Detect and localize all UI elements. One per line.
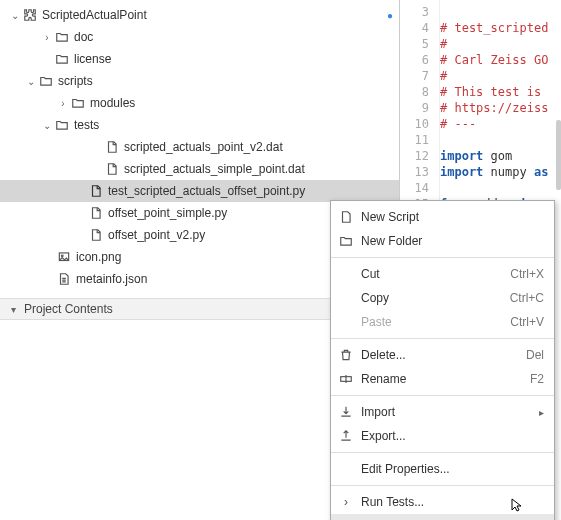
context-menu: New Script New Folder Cut Ctrl+X Copy Ct… xyxy=(330,200,555,520)
chevron-right-icon: › xyxy=(337,494,355,510)
puzzle-icon xyxy=(22,7,38,23)
tree-node-license[interactable]: license xyxy=(0,48,399,70)
folder-icon xyxy=(54,51,70,67)
tree-node-scripts[interactable]: ⌄ scripts xyxy=(0,70,399,92)
menu-import[interactable]: Import ▸ xyxy=(331,400,554,424)
folder-icon xyxy=(54,29,70,45)
menu-copy[interactable]: Copy Ctrl+C xyxy=(331,286,554,310)
chevron-down-icon[interactable]: ⌄ xyxy=(8,10,22,21)
editor-gutter: 345 678 91011 121314 15 xyxy=(400,0,440,212)
export-icon xyxy=(337,428,355,444)
menu-export[interactable]: Export... xyxy=(331,424,554,448)
menu-new-script[interactable]: New Script xyxy=(331,205,554,229)
chevron-right-icon[interactable]: › xyxy=(40,32,54,43)
tree-label: scripted_actuals_simple_point.dat xyxy=(124,162,305,176)
tree-node-modules[interactable]: › modules xyxy=(0,92,399,114)
menu-separator xyxy=(331,485,554,486)
blank-icon xyxy=(337,266,355,282)
tree-label: metainfo.json xyxy=(76,272,147,286)
chevron-right-icon[interactable]: › xyxy=(56,98,70,109)
menu-delete[interactable]: Delete... Del xyxy=(331,343,554,367)
tree-label: icon.png xyxy=(76,250,121,264)
tree-node-file-selected[interactable]: test_scripted_actuals_offset_point.py xyxy=(0,180,399,202)
trash-icon xyxy=(337,347,355,363)
section-title: Project Contents xyxy=(24,302,113,316)
python-file-icon xyxy=(88,227,104,243)
tree-label: scripted_actuals_point_v2.dat xyxy=(124,140,283,154)
tree-label: test_scripted_actuals_offset_point.py xyxy=(108,184,305,198)
tree-label: scripts xyxy=(58,74,93,88)
tree-label: offset_point_v2.py xyxy=(108,228,205,242)
folder-icon xyxy=(38,73,54,89)
chevron-right-icon: ▸ xyxy=(539,407,544,418)
menu-separator xyxy=(331,338,554,339)
new-file-icon xyxy=(337,209,355,225)
tree-node-doc[interactable]: › doc xyxy=(0,26,399,48)
chevron-down-icon[interactable]: ⌄ xyxy=(24,76,38,87)
tree-label: modules xyxy=(90,96,135,110)
file-icon xyxy=(104,139,120,155)
svg-point-1 xyxy=(61,255,63,257)
new-folder-icon xyxy=(337,233,355,249)
rename-icon xyxy=(337,371,355,387)
folder-icon xyxy=(70,95,86,111)
tree-label: tests xyxy=(74,118,99,132)
tree-node-tests[interactable]: ⌄ tests xyxy=(0,114,399,136)
menu-cut[interactable]: Cut Ctrl+X xyxy=(331,262,554,286)
menu-edit-properties[interactable]: Edit Properties... xyxy=(331,457,554,481)
tree-node-file[interactable]: scripted_actuals_point_v2.dat xyxy=(0,136,399,158)
folder-icon xyxy=(54,117,70,133)
blank-icon xyxy=(337,314,355,330)
menu-rename[interactable]: Rename F2 xyxy=(331,367,554,391)
menu-separator xyxy=(331,452,554,453)
python-file-icon xyxy=(88,205,104,221)
triangle-down-icon[interactable]: ▾ xyxy=(6,304,20,315)
json-file-icon xyxy=(56,271,72,287)
scrollbar-thumb[interactable] xyxy=(556,120,561,190)
tree-node-root[interactable]: ⌄ ScriptedActualPoint ● xyxy=(0,4,399,26)
tree-label: doc xyxy=(74,30,93,44)
menu-separator xyxy=(331,257,554,258)
import-icon xyxy=(337,404,355,420)
tree-node-file[interactable]: scripted_actuals_simple_point.dat xyxy=(0,158,399,180)
blank-icon xyxy=(337,290,355,306)
menu-paste: Paste Ctrl+V xyxy=(331,310,554,334)
menu-run-tests[interactable]: › Run Tests... xyxy=(331,490,554,514)
python-file-icon xyxy=(88,183,104,199)
tree-label: license xyxy=(74,52,111,66)
chevron-down-icon[interactable]: ⌄ xyxy=(40,120,54,131)
menu-run-tests-create-data[interactable]: › Run Tests (Create Data)... xyxy=(331,514,554,520)
image-icon xyxy=(56,249,72,265)
menu-separator xyxy=(331,395,554,396)
file-icon xyxy=(104,161,120,177)
tree-label: ScriptedActualPoint xyxy=(42,8,147,22)
modified-dot-icon: ● xyxy=(387,10,393,21)
blank-icon xyxy=(337,461,355,477)
menu-new-folder[interactable]: New Folder xyxy=(331,229,554,253)
tree-label: offset_point_simple.py xyxy=(108,206,227,220)
